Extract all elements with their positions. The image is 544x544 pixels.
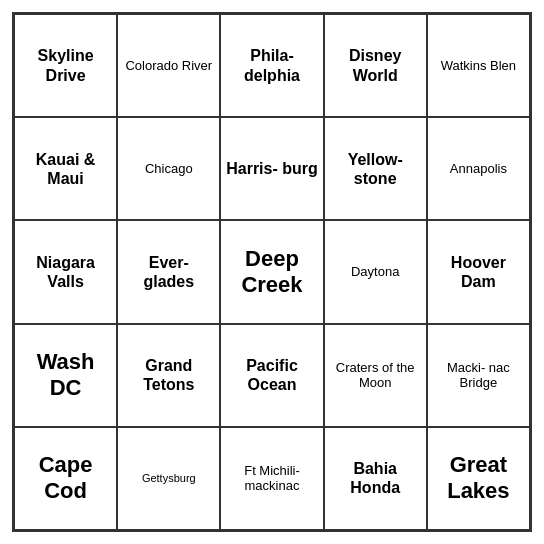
bingo-cell-24: Great Lakes bbox=[427, 427, 530, 530]
bingo-cell-14: Hoover Dam bbox=[427, 220, 530, 323]
bingo-cell-0: Skyline Drive bbox=[14, 14, 117, 117]
bingo-cell-2: Phila- delphia bbox=[220, 14, 323, 117]
bingo-board: Skyline DriveColorado RiverPhila- delphi… bbox=[12, 12, 532, 532]
bingo-cell-15: Wash DC bbox=[14, 324, 117, 427]
bingo-cell-3: Disney World bbox=[324, 14, 427, 117]
bingo-cell-10: Niagara Valls bbox=[14, 220, 117, 323]
bingo-cell-9: Annapolis bbox=[427, 117, 530, 220]
bingo-cell-5: Kauai & Maui bbox=[14, 117, 117, 220]
bingo-cell-18: Craters of the Moon bbox=[324, 324, 427, 427]
bingo-cell-13: Daytona bbox=[324, 220, 427, 323]
bingo-cell-17: Pacific Ocean bbox=[220, 324, 323, 427]
bingo-cell-1: Colorado River bbox=[117, 14, 220, 117]
bingo-cell-16: Grand Tetons bbox=[117, 324, 220, 427]
bingo-cell-4: Watkins Blen bbox=[427, 14, 530, 117]
bingo-cell-8: Yellow- stone bbox=[324, 117, 427, 220]
bingo-cell-11: Ever- glades bbox=[117, 220, 220, 323]
bingo-cell-20: Cape Cod bbox=[14, 427, 117, 530]
bingo-cell-22: Ft Michili- mackinac bbox=[220, 427, 323, 530]
bingo-cell-7: Harris- burg bbox=[220, 117, 323, 220]
bingo-cell-19: Macki- nac Bridge bbox=[427, 324, 530, 427]
bingo-cell-6: Chicago bbox=[117, 117, 220, 220]
bingo-cell-12: Deep Creek bbox=[220, 220, 323, 323]
bingo-cell-23: Bahia Honda bbox=[324, 427, 427, 530]
bingo-cell-21: Gettysburg bbox=[117, 427, 220, 530]
